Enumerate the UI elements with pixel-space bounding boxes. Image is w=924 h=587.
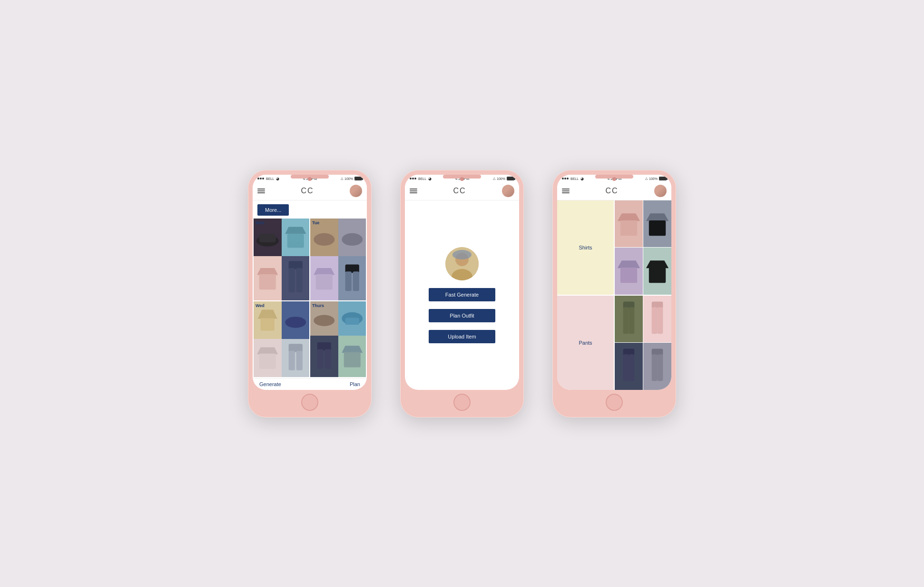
wed-item-3 (254, 339, 282, 377)
shirt-item-2 (643, 200, 671, 248)
fast-generate-button[interactable]: Fast Generate (429, 288, 495, 301)
pants-label: Pants (557, 296, 614, 390)
upload-item-button[interactable]: Upload Item (429, 330, 495, 343)
svg-marker-36 (618, 213, 640, 221)
svg-rect-37 (620, 220, 637, 235)
app-header-2: CC (405, 182, 519, 200)
app-header-1: CC (253, 182, 367, 200)
svg-rect-43 (649, 268, 666, 283)
plan-btn[interactable]: Plan (350, 381, 360, 387)
shirts-label: Shirts (557, 200, 614, 295)
schedule-screen: More... Mon (253, 200, 367, 390)
svg-rect-29 (325, 349, 331, 369)
wed-item-4 (282, 339, 310, 377)
svg-rect-52 (629, 354, 635, 381)
svg-rect-49 (658, 307, 663, 334)
svg-rect-22 (288, 351, 295, 370)
svg-marker-40 (618, 260, 640, 268)
svg-rect-55 (658, 354, 663, 381)
svg-rect-39 (649, 220, 666, 235)
tue-item-2 (338, 219, 366, 256)
tue-item-3 (310, 256, 338, 301)
pants-item-1 (615, 296, 643, 343)
svg-marker-30 (342, 346, 363, 353)
avatar-3[interactable] (654, 185, 667, 197)
svg-marker-11 (314, 268, 334, 275)
tue-item-4 (338, 256, 366, 301)
day-mon: Mon (254, 219, 309, 301)
avatar-1[interactable] (350, 185, 362, 197)
svg-marker-19 (257, 348, 278, 355)
svg-point-18 (285, 317, 306, 328)
mon-item-3 (254, 256, 282, 301)
svg-rect-5 (259, 274, 276, 289)
svg-rect-23 (296, 351, 302, 370)
svg-rect-1 (259, 234, 276, 242)
shirt-item-3 (615, 248, 643, 295)
profile-screen: Fast Generate Plan Outfit Upload Item (405, 200, 519, 390)
home-button-2[interactable] (453, 394, 471, 411)
svg-rect-41 (620, 268, 637, 283)
pants-item-4 (643, 343, 671, 390)
phone-camera (308, 177, 312, 181)
svg-rect-3 (287, 234, 304, 248)
svg-rect-45 (623, 307, 629, 334)
plan-outfit-button[interactable]: Plan Outfit (429, 309, 495, 322)
shirt-item-1 (615, 200, 643, 248)
pants-item-3 (615, 343, 643, 390)
pants-item-2 (643, 296, 671, 343)
app-header-3: CC (557, 182, 671, 200)
hamburger-menu-1[interactable] (257, 189, 265, 193)
phone-3: BELL ◕ 4:21 PM △ 100% CC Shi (552, 170, 676, 418)
svg-point-35 (452, 250, 472, 259)
svg-marker-42 (646, 260, 668, 268)
profile-avatar (445, 247, 479, 280)
home-button-1[interactable] (301, 394, 318, 411)
day-label-wed: Wed (256, 303, 265, 308)
svg-rect-17 (261, 318, 275, 330)
svg-rect-28 (317, 349, 324, 369)
day-label-mon: Mon (256, 220, 265, 225)
shirts-items (615, 200, 671, 295)
phone-2: BELL ◕ 4:21 PM △ 100% CC (400, 170, 524, 418)
hamburger-menu-2[interactable] (410, 189, 417, 193)
shirt-item-4 (643, 248, 671, 295)
svg-point-9 (314, 233, 334, 245)
svg-rect-54 (652, 354, 658, 381)
svg-rect-46 (629, 307, 635, 334)
day-label-thurs: Thurs (312, 303, 324, 308)
generate-btn[interactable]: Generate (259, 381, 281, 387)
mon-item-4 (282, 256, 310, 301)
avatar-2[interactable] (502, 185, 514, 197)
day-thurs: Thurs (310, 301, 366, 377)
svg-rect-20 (259, 354, 276, 369)
svg-marker-16 (258, 310, 277, 319)
svg-rect-12 (316, 274, 333, 289)
wardrobe-screen: Shirts (557, 200, 671, 390)
svg-rect-51 (623, 354, 629, 381)
wed-item-2 (282, 301, 310, 339)
week-grid: Mon (253, 218, 367, 378)
home-button-3[interactable] (606, 394, 623, 411)
hamburger-menu-3[interactable] (562, 189, 570, 193)
phone-camera-3 (612, 177, 616, 181)
svg-rect-26 (345, 318, 359, 325)
svg-rect-7 (288, 268, 295, 292)
thurs-item-3 (310, 336, 338, 377)
pants-items (615, 296, 671, 390)
mon-item-2 (282, 219, 310, 256)
app-title-2: CC (453, 187, 466, 195)
svg-rect-14 (345, 271, 351, 291)
svg-marker-2 (285, 227, 306, 234)
app-title-1: CC (301, 187, 314, 195)
svg-rect-31 (344, 352, 360, 368)
day-label-tue: Tue (312, 220, 319, 225)
day-tue: Tue (310, 219, 366, 301)
thurs-item-4 (338, 336, 366, 377)
day-wed: Wed (254, 301, 309, 377)
thurs-item-2 (338, 301, 366, 336)
svg-point-10 (342, 233, 363, 245)
more-button[interactable]: More... (257, 204, 289, 216)
svg-rect-48 (652, 307, 658, 334)
svg-rect-15 (353, 271, 359, 291)
